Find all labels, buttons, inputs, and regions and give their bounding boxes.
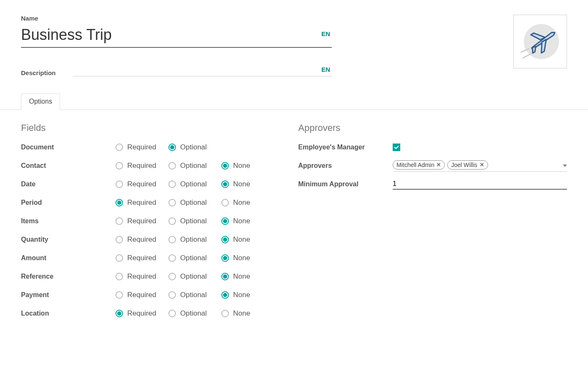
radio-none[interactable]: None <box>221 180 263 188</box>
radio-label: Required <box>127 309 156 318</box>
radio-label: Optional <box>180 198 207 207</box>
radio-none[interactable]: None <box>221 291 263 299</box>
close-icon[interactable]: ✕ <box>480 162 484 168</box>
radio-label: None <box>233 180 250 188</box>
radio-label: None <box>233 235 250 244</box>
radio-label: Required <box>127 180 156 188</box>
approver-tag-label: Mitchell Admin <box>396 162 434 168</box>
radio-optional[interactable]: Optional <box>168 291 221 299</box>
name-label: Name <box>21 15 332 22</box>
radio-label: Required <box>127 143 156 151</box>
approver-tag[interactable]: Mitchell Admin✕ <box>393 160 445 170</box>
radio-label: Optional <box>180 309 207 318</box>
radio-none[interactable]: None <box>221 309 263 318</box>
radio-optional[interactable]: Optional <box>168 180 221 188</box>
radio-label: None <box>233 217 250 225</box>
approvers-input[interactable]: Mitchell Admin✕Joel Willis✕ <box>393 160 567 172</box>
radio-optional[interactable]: Optional <box>168 217 221 225</box>
radio-label: Required <box>127 217 156 225</box>
radio-none[interactable]: None <box>221 272 263 281</box>
radio-optional[interactable]: Optional <box>168 235 221 244</box>
min-approval-label: Minimum Approval <box>298 180 393 188</box>
radio-none[interactable]: None <box>221 217 263 225</box>
close-icon[interactable]: ✕ <box>436 162 441 168</box>
field-label: Quantity <box>21 236 116 243</box>
radio-label: Optional <box>180 235 207 244</box>
field-label: Payment <box>21 291 116 299</box>
field-label: Location <box>21 310 116 317</box>
approvers-label: Approvers <box>298 162 393 170</box>
radio-label: Optional <box>180 272 207 281</box>
radio-label: Optional <box>180 180 207 188</box>
approver-tag[interactable]: Joel Willis✕ <box>447 160 488 170</box>
radio-required[interactable]: Required <box>116 235 168 244</box>
radio-required[interactable]: Required <box>116 254 168 262</box>
radio-label: Required <box>127 291 156 299</box>
radio-label: None <box>233 291 250 299</box>
radio-required[interactable]: Required <box>116 291 168 299</box>
name-lang-badge[interactable]: EN <box>321 30 330 37</box>
tab-options[interactable]: Options <box>21 94 60 110</box>
radio-optional[interactable]: Optional <box>168 254 221 262</box>
radio-required[interactable]: Required <box>116 217 168 225</box>
radio-none[interactable]: None <box>221 254 263 262</box>
description-label: Description <box>21 69 65 76</box>
radio-required[interactable]: Required <box>116 180 168 188</box>
field-label: Document <box>21 144 116 151</box>
approvers-heading: Approvers <box>298 123 567 133</box>
field-label: Reference <box>21 273 116 280</box>
radio-label: None <box>233 198 250 207</box>
field-label: Period <box>21 199 116 206</box>
radio-required[interactable]: Required <box>116 198 168 207</box>
approvers-dropdown-icon[interactable] <box>563 161 567 169</box>
field-label: Items <box>21 217 116 225</box>
radio-optional[interactable]: Optional <box>168 143 221 151</box>
min-approval-input[interactable] <box>393 179 567 189</box>
radio-optional[interactable]: Optional <box>168 272 221 281</box>
field-label: Amount <box>21 254 116 262</box>
radio-label: Optional <box>180 162 207 170</box>
field-label: Date <box>21 180 116 188</box>
radio-none[interactable]: None <box>221 198 263 207</box>
radio-optional[interactable]: Optional <box>168 162 221 170</box>
radio-required[interactable]: Required <box>116 143 168 151</box>
radio-label: Required <box>127 254 156 262</box>
field-label: Contact <box>21 162 116 170</box>
radio-required[interactable]: Required <box>116 272 168 281</box>
employee-manager-label: Employee's Manager <box>298 144 393 151</box>
radio-label: None <box>233 272 250 281</box>
radio-label: None <box>233 162 250 170</box>
radio-required[interactable]: Required <box>116 309 168 318</box>
description-input[interactable] <box>73 65 332 76</box>
airplane-icon <box>517 18 563 65</box>
category-image[interactable] <box>513 15 567 68</box>
radio-label: Required <box>127 272 156 281</box>
radio-none[interactable]: None <box>221 162 263 170</box>
description-lang-badge[interactable]: EN <box>321 66 330 73</box>
radio-label: Optional <box>180 254 207 262</box>
radio-label: Optional <box>180 217 207 225</box>
radio-none[interactable]: None <box>221 235 263 244</box>
name-input[interactable] <box>21 24 332 48</box>
radio-label: Required <box>127 235 156 244</box>
radio-label: Required <box>127 198 156 207</box>
radio-label: Optional <box>180 291 207 299</box>
radio-required[interactable]: Required <box>116 162 168 170</box>
radio-label: None <box>233 309 250 318</box>
approver-tag-label: Joel Willis <box>451 162 477 168</box>
radio-label: Required <box>127 162 156 170</box>
radio-label: Optional <box>180 143 207 151</box>
svg-line-2 <box>523 54 531 58</box>
employee-manager-checkbox[interactable] <box>393 144 400 151</box>
radio-optional[interactable]: Optional <box>168 309 221 318</box>
radio-optional[interactable]: Optional <box>168 198 221 207</box>
fields-heading: Fields <box>21 123 265 133</box>
radio-label: None <box>233 254 250 262</box>
